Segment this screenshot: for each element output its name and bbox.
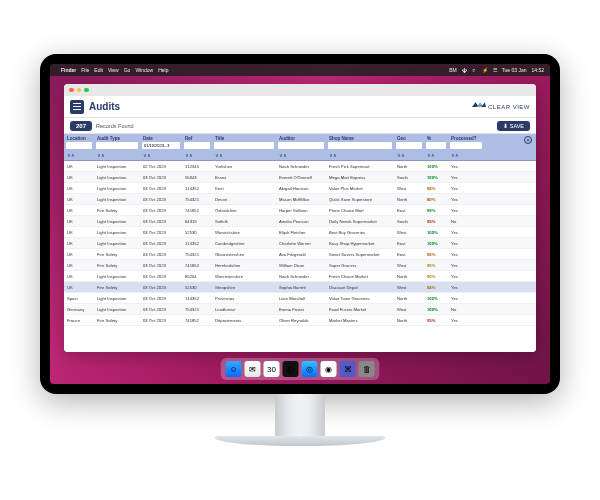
table-row[interactable]: UKFire Safety03 Oct 2023741852Oxfordshir… [64,205,536,216]
column-header[interactable]: Geo [394,134,424,142]
menubar-left: Finder File Edit View Go Window Help [56,67,168,73]
download-icon: ⬇ [503,123,508,129]
app-header: Audits CLEAR VIEW [64,96,536,118]
monitor-base [215,436,385,446]
filter-input[interactable] [142,142,180,149]
minimize-window-icon[interactable] [77,88,82,93]
clear-filters-icon[interactable]: ✕ [524,136,532,144]
dock-finder-icon[interactable]: ☺ [226,361,242,377]
table-row[interactable]: UKLight Inspection03 Oct 2023114352Cambr… [64,238,536,249]
zoom-window-icon[interactable] [84,88,89,93]
table-row[interactable]: UKLight Inspection03 Oct 202352530Warwic… [64,227,536,238]
filter-input[interactable] [450,142,482,149]
hamburger-menu-icon[interactable] [70,100,84,114]
sort-toggle-icon[interactable]: ∨∧ [326,152,394,158]
menubar-app-name[interactable]: Finder [61,67,76,73]
audits-table: UKLight Inspection02 Oct 2023112345Yorks… [64,161,536,352]
monitor-stand [275,394,325,436]
filter-input[interactable] [426,142,446,149]
table-row[interactable]: UKLight Inspection03 Oct 2023114352KentA… [64,183,536,194]
sort-toggle-icon[interactable]: ∨∧ [182,152,212,158]
column-header[interactable]: Ref [182,134,212,142]
table-row[interactable]: UKFire Safety03 Oct 202352530ShropshireS… [64,282,536,293]
dock-app1-icon[interactable]: ◐ [283,361,299,377]
sort-toggle-icon[interactable]: ∨∧ [64,152,94,158]
table-row[interactable]: UKFire Safety03 Oct 2023741852Herefordsh… [64,260,536,271]
records-found-label: Records Found [96,123,134,129]
filter-input[interactable] [396,142,422,149]
column-header[interactable]: Shop Name [326,134,394,142]
sort-toggle-icon[interactable]: ∨∧ [276,152,326,158]
menubar-time[interactable]: 14:52 [531,67,544,73]
column-header[interactable]: Audit Type [94,134,140,142]
dock-trash-icon[interactable]: 🗑 [359,361,375,377]
table-row[interactable]: GermanyLight Inspection03 Oct 2023754321… [64,304,536,315]
window-titlebar [64,84,536,96]
filter-input[interactable] [278,142,324,149]
toolbar: 207 Records Found ⬇ SAVE [64,118,536,134]
filter-input[interactable] [96,142,138,149]
table-row[interactable]: UKLight Inspection03 Oct 202385264Worces… [64,271,536,282]
sort-toggle-icon[interactable]: ∨∧ [424,152,448,158]
dock-chrome-icon[interactable]: ◉ [321,361,337,377]
filter-input[interactable] [184,142,210,149]
macos-dock: ☺✉30◐◎◉⌘🗑 [221,358,380,380]
audits-window: Audits CLEAR VIEW 207 Records Found ⬇ SA… [64,84,536,352]
wifi-icon[interactable]: ᯤ [472,67,477,73]
sort-toggle-icon[interactable]: ∨∧ [394,152,424,158]
save-button[interactable]: ⬇ SAVE [497,121,530,131]
filter-input[interactable] [328,142,392,149]
close-window-icon[interactable] [69,88,74,93]
sort-toggle-icon[interactable]: ∨∧ [448,152,484,158]
table-row[interactable]: FranceFire Safety03 Oct 2023741852Départ… [64,315,536,326]
brand-logo: CLEAR VIEW [472,102,530,112]
table-row[interactable]: UKLight Inspection03 Oct 202355043EssexE… [64,172,536,183]
table-row[interactable]: UKFire Safety03 Oct 2023754321Gloucester… [64,249,536,260]
column-header[interactable]: Auditor [276,134,326,142]
sort-toggle-icon[interactable]: ∨∧ [212,152,276,158]
filter-row: LocationAudit TypeDateRefTitleAuditorSho… [64,134,536,161]
page-title: Audits [89,101,120,112]
dock-calendar-icon[interactable]: 30 [264,361,280,377]
svg-marker-2 [481,102,486,107]
battery-icon[interactable]: ⚡ [482,67,488,73]
column-header[interactable]: Location [64,134,94,142]
column-header[interactable]: Date [140,134,182,142]
menubar-right: BM ⏻ ᯤ ⚡ ☰ Tue 03 Jan 14:52 [449,67,544,73]
table-row[interactable]: UKLight Inspection03 Oct 202364319Suffol… [64,216,536,227]
filter-input[interactable] [66,142,92,149]
sort-toggle-icon[interactable]: ∨∧ [94,152,140,158]
column-header[interactable]: Title [212,134,276,142]
control-center-icon[interactable]: ☰ [493,67,497,73]
record-count-badge: 207 [70,121,92,131]
filter-input[interactable] [214,142,274,149]
menubar-date[interactable]: Tue 03 Jan [502,67,527,73]
table-row[interactable]: SpainLight Inspection03 Oct 2023114352Pr… [64,293,536,304]
column-header[interactable]: Processed? [448,134,484,142]
macos-menubar: Finder File Edit View Go Window Help BM … [50,64,550,76]
table-row[interactable]: UKLight Inspection02 Oct 2023112345Yorks… [64,161,536,172]
sort-toggle-icon[interactable]: ∨∧ [140,152,182,158]
dock-teams-icon[interactable]: ⌘ [340,361,356,377]
dock-mail-icon[interactable]: ✉ [245,361,261,377]
table-row[interactable]: UKLight Inspection03 Oct 2023754321Devon… [64,194,536,205]
column-header[interactable]: % [424,134,448,142]
dock-safari-icon[interactable]: ◎ [302,361,318,377]
